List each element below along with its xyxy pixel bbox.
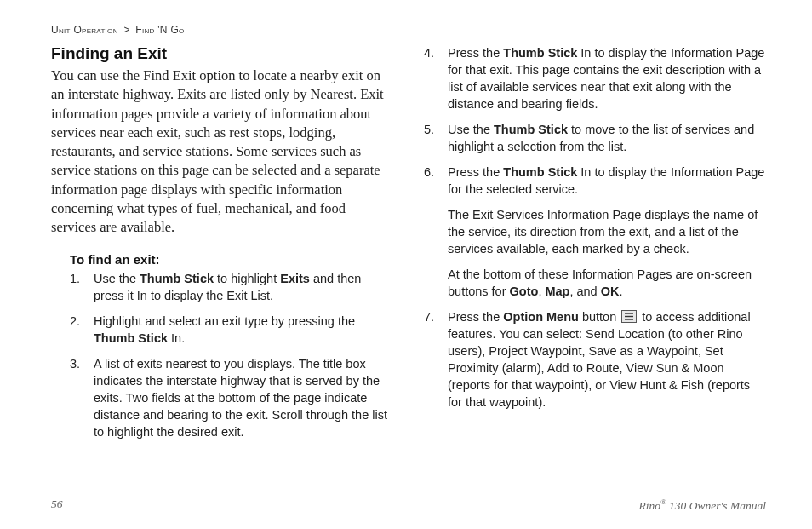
step-bold: Thumb Stick [140,272,214,285]
step-bold: Goto [510,285,539,298]
step-extra-paragraph: At the bottom of these Information Pages… [448,266,766,300]
step-bold: Exits [280,272,310,285]
step-text: Press the [448,46,503,60]
step-text: , and [569,285,600,298]
model-suffix: 130 Owner's Manual [666,498,766,511]
step-text: . [619,285,622,298]
step-text: to access additional features. You can s… [448,310,751,409]
step-bold: Thumb Stick [503,165,577,179]
brand-name: Rino [638,498,660,511]
step-item: Use the Thumb Stick to highlight Exits a… [70,270,393,304]
right-column: Press the Thumb Stick In to display the … [424,44,766,479]
step-item: A list of exits nearest to you displays.… [70,355,393,440]
step-text: Press the [448,310,503,324]
step-item: Use the Thumb Stick to move to the list … [424,121,766,155]
step-bold: OK [601,285,620,298]
breadcrumb-subsection: Find 'N Go [135,24,184,36]
step-bold: Thumb Stick [503,46,577,60]
step-item: Press the Thumb Stick In to display the … [424,44,766,112]
registered-mark: ® [660,497,666,506]
step-text: In. [168,331,185,345]
step-text: Use the [448,123,494,136]
option-menu-icon [621,310,637,323]
step-text: to highlight [214,272,280,285]
page-number: 56 [51,497,63,513]
step-bold: Map [545,285,569,298]
step-bold: Thumb Stick [94,331,168,345]
step-item: Press the Option Menu button to access a… [424,308,766,411]
page-footer: 56 Rino® 130 Owner's Manual [0,497,812,513]
step-bold: Option Menu [503,310,579,324]
step-text: A list of exits nearest to you displays.… [94,357,387,439]
breadcrumb-sep: > [123,24,129,36]
steps-list-left: Use the Thumb Stick to highlight Exits a… [70,270,393,440]
breadcrumb: Unit Operation > Find 'N Go [51,24,766,36]
steps-list-right: Press the Thumb Stick In to display the … [424,44,766,411]
step-text: Press the [448,165,503,179]
step-text: Use the [94,272,140,285]
breadcrumb-section: Unit Operation [51,24,118,36]
page-heading: Finding an Exit [51,44,393,63]
steps-subhead: To find an exit: [70,252,393,267]
manual-title: Rino® 130 Owner's Manual [638,497,766,513]
step-bold: Thumb Stick [494,123,568,136]
step-extra-paragraph: The Exit Services Information Page displ… [448,206,766,257]
step-text: Highlight and select an exit type by pre… [94,314,355,328]
intro-paragraph: You can use the Find Exit option to loca… [51,66,393,237]
step-item: Press the Thumb Stick In to display the … [424,164,766,300]
left-column: Finding an Exit You can use the Find Exi… [51,44,393,479]
content-columns: Finding an Exit You can use the Find Exi… [51,44,766,479]
step-text: button [579,310,620,324]
step-item: Highlight and select an exit type by pre… [70,313,393,347]
